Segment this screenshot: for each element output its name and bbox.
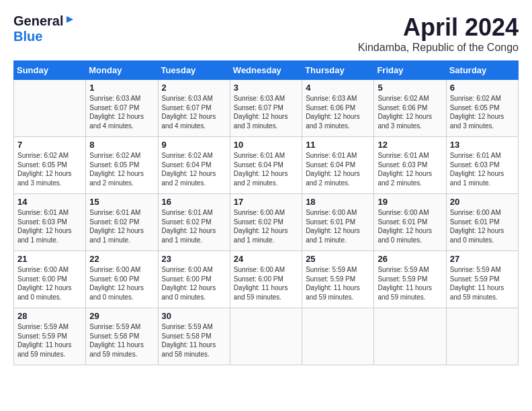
day-number: 29 (89, 311, 154, 321)
day-number: 10 (234, 140, 298, 150)
day-number: 19 (378, 197, 442, 207)
page-subtitle: Kindamba, Republic of the Congo (358, 42, 519, 54)
page-title: April 2024 (358, 13, 519, 42)
calendar-cell: 19Sunrise: 6:00 AMSunset: 6:01 PMDayligh… (374, 194, 446, 251)
calendar-cell (446, 308, 518, 365)
logo-text-block: General Blue (13, 13, 75, 44)
day-number: 21 (17, 254, 82, 264)
calendar-cell: 9Sunrise: 6:02 AMSunset: 6:04 PMDaylight… (158, 137, 230, 194)
calendar-cell: 23Sunrise: 6:00 AMSunset: 6:00 PMDayligh… (158, 251, 230, 308)
day-number: 17 (234, 197, 298, 207)
calendar-cell: 1Sunrise: 6:03 AMSunset: 6:07 PMDaylight… (86, 80, 158, 137)
day-info: Sunrise: 5:59 AMSunset: 5:58 PMDaylight:… (162, 322, 226, 359)
weekday-header-row: SundayMondayTuesdayWednesdayThursdayFrid… (14, 61, 519, 80)
day-number: 25 (306, 254, 370, 264)
calendar-cell (302, 308, 374, 365)
calendar-cell: 7Sunrise: 6:02 AMSunset: 6:05 PMDaylight… (14, 137, 86, 194)
calendar-table: SundayMondayTuesdayWednesdayThursdayFrid… (13, 60, 519, 365)
week-row-5: 28Sunrise: 5:59 AMSunset: 5:59 PMDayligh… (14, 308, 519, 365)
calendar-body: 1Sunrise: 6:03 AMSunset: 6:07 PMDaylight… (14, 80, 519, 365)
day-info: Sunrise: 6:00 AMSunset: 6:01 PMDaylight:… (450, 208, 515, 244)
day-info: Sunrise: 6:01 AMSunset: 6:03 PMDaylight:… (17, 208, 82, 244)
calendar-cell: 15Sunrise: 6:01 AMSunset: 6:02 PMDayligh… (86, 194, 158, 251)
calendar-cell: 4Sunrise: 6:03 AMSunset: 6:06 PMDaylight… (302, 80, 374, 137)
calendar-cell: 18Sunrise: 6:00 AMSunset: 6:01 PMDayligh… (302, 194, 374, 251)
calendar-cell: 28Sunrise: 5:59 AMSunset: 5:59 PMDayligh… (14, 308, 86, 365)
day-info: Sunrise: 6:02 AMSunset: 6:05 PMDaylight:… (17, 151, 82, 187)
logo: General Blue (13, 13, 75, 44)
day-info: Sunrise: 6:03 AMSunset: 6:07 PMDaylight:… (89, 94, 154, 130)
calendar-cell: 8Sunrise: 6:02 AMSunset: 6:05 PMDaylight… (86, 137, 158, 194)
week-row-2: 7Sunrise: 6:02 AMSunset: 6:05 PMDaylight… (14, 137, 519, 194)
calendar-cell: 11Sunrise: 6:01 AMSunset: 6:04 PMDayligh… (302, 137, 374, 194)
calendar-cell: 27Sunrise: 5:59 AMSunset: 5:59 PMDayligh… (446, 251, 518, 308)
day-number: 20 (450, 197, 515, 207)
weekday-saturday: Saturday (446, 61, 518, 80)
week-row-4: 21Sunrise: 6:00 AMSunset: 6:00 PMDayligh… (14, 251, 519, 308)
day-info: Sunrise: 6:00 AMSunset: 6:01 PMDaylight:… (378, 208, 442, 244)
calendar-cell: 26Sunrise: 5:59 AMSunset: 5:59 PMDayligh… (374, 251, 446, 308)
day-number: 16 (162, 197, 226, 207)
day-info: Sunrise: 6:01 AMSunset: 6:02 PMDaylight:… (162, 208, 226, 244)
day-info: Sunrise: 6:03 AMSunset: 6:07 PMDaylight:… (234, 94, 298, 130)
day-number: 3 (234, 83, 298, 93)
day-number: 27 (450, 254, 515, 264)
calendar-cell: 17Sunrise: 6:00 AMSunset: 6:02 PMDayligh… (230, 194, 302, 251)
calendar-cell: 2Sunrise: 6:03 AMSunset: 6:07 PMDaylight… (158, 80, 230, 137)
day-info: Sunrise: 6:01 AMSunset: 6:04 PMDaylight:… (234, 151, 298, 187)
calendar-cell: 24Sunrise: 6:00 AMSunset: 6:00 PMDayligh… (230, 251, 302, 308)
calendar-cell: 5Sunrise: 6:02 AMSunset: 6:06 PMDaylight… (374, 80, 446, 137)
day-number: 5 (378, 83, 442, 93)
calendar-cell: 3Sunrise: 6:03 AMSunset: 6:07 PMDaylight… (230, 80, 302, 137)
calendar-cell: 16Sunrise: 6:01 AMSunset: 6:02 PMDayligh… (158, 194, 230, 251)
day-info: Sunrise: 6:02 AMSunset: 6:06 PMDaylight:… (378, 94, 442, 130)
calendar-cell: 12Sunrise: 6:01 AMSunset: 6:03 PMDayligh… (374, 137, 446, 194)
day-number: 30 (162, 311, 226, 321)
day-info: Sunrise: 6:00 AMSunset: 6:00 PMDaylight:… (89, 265, 154, 302)
day-number: 4 (306, 83, 370, 93)
day-info: Sunrise: 6:03 AMSunset: 6:07 PMDaylight:… (162, 94, 226, 130)
day-info: Sunrise: 6:00 AMSunset: 6:00 PMDaylight:… (17, 265, 82, 302)
day-info: Sunrise: 5:59 AMSunset: 5:58 PMDaylight:… (89, 322, 154, 359)
svg-marker-0 (66, 16, 73, 23)
day-number: 11 (306, 140, 370, 150)
day-info: Sunrise: 6:00 AMSunset: 6:00 PMDaylight:… (234, 265, 298, 302)
calendar-cell: 14Sunrise: 6:01 AMSunset: 6:03 PMDayligh… (14, 194, 86, 251)
day-number: 13 (450, 140, 515, 150)
weekday-tuesday: Tuesday (158, 61, 230, 80)
day-info: Sunrise: 6:03 AMSunset: 6:06 PMDaylight:… (306, 94, 370, 130)
day-number: 26 (378, 254, 442, 264)
calendar-cell: 10Sunrise: 6:01 AMSunset: 6:04 PMDayligh… (230, 137, 302, 194)
day-info: Sunrise: 5:59 AMSunset: 5:59 PMDaylight:… (306, 265, 370, 302)
day-info: Sunrise: 6:02 AMSunset: 6:04 PMDaylight:… (162, 151, 226, 187)
day-number: 28 (17, 311, 82, 321)
weekday-wednesday: Wednesday (230, 61, 302, 80)
day-number: 7 (17, 140, 82, 150)
calendar-cell: 13Sunrise: 6:01 AMSunset: 6:03 PMDayligh… (446, 137, 518, 194)
calendar-cell (374, 308, 446, 365)
day-number: 14 (17, 197, 82, 207)
day-info: Sunrise: 5:59 AMSunset: 5:59 PMDaylight:… (17, 322, 82, 359)
day-number: 18 (306, 197, 370, 207)
calendar-cell: 30Sunrise: 5:59 AMSunset: 5:58 PMDayligh… (158, 308, 230, 365)
calendar-header: SundayMondayTuesdayWednesdayThursdayFrid… (14, 61, 519, 80)
week-row-1: 1Sunrise: 6:03 AMSunset: 6:07 PMDaylight… (14, 80, 519, 137)
calendar-cell (14, 80, 86, 137)
calendar-cell: 22Sunrise: 6:00 AMSunset: 6:00 PMDayligh… (86, 251, 158, 308)
weekday-sunday: Sunday (14, 61, 86, 80)
day-info: Sunrise: 6:02 AMSunset: 6:05 PMDaylight:… (89, 151, 154, 187)
day-info: Sunrise: 6:00 AMSunset: 6:01 PMDaylight:… (306, 208, 370, 244)
page-header: General Blue April 2024 Kindamba, Republ… (13, 13, 519, 54)
day-info: Sunrise: 5:59 AMSunset: 5:59 PMDaylight:… (450, 265, 515, 302)
weekday-monday: Monday (86, 61, 158, 80)
day-info: Sunrise: 6:01 AMSunset: 6:02 PMDaylight:… (89, 208, 154, 244)
calendar-cell: 20Sunrise: 6:00 AMSunset: 6:01 PMDayligh… (446, 194, 518, 251)
logo-general: General (13, 13, 63, 29)
logo-blue: Blue (13, 29, 42, 44)
day-info: Sunrise: 6:00 AMSunset: 6:00 PMDaylight:… (162, 265, 226, 302)
weekday-friday: Friday (374, 61, 446, 80)
day-info: Sunrise: 6:01 AMSunset: 6:03 PMDaylight:… (378, 151, 442, 187)
weekday-thursday: Thursday (302, 61, 374, 80)
day-number: 22 (89, 254, 154, 264)
day-number: 8 (89, 140, 154, 150)
